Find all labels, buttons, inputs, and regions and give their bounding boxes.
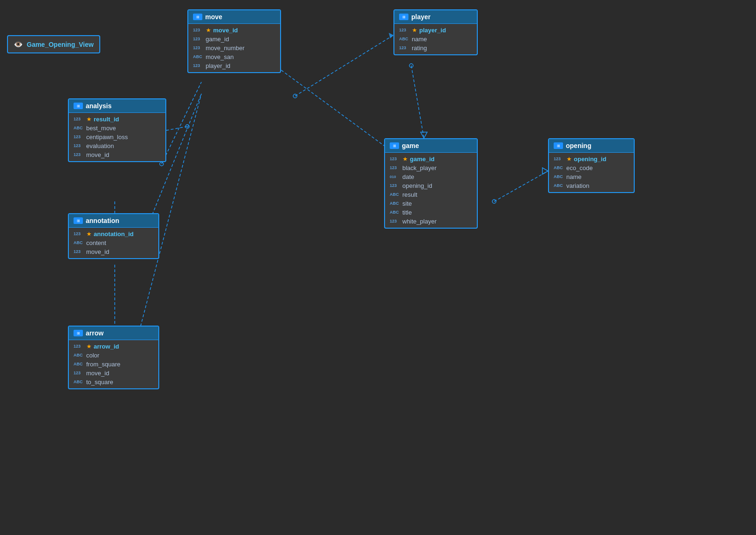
table-row: ABC title xyxy=(385,208,477,217)
table-row: ABC from_square xyxy=(69,360,158,369)
table-icon: ⊞ xyxy=(74,217,83,224)
pk-icon xyxy=(567,157,571,162)
table-row: 123 game_id xyxy=(385,155,477,163)
table-row: ABC name xyxy=(549,172,634,181)
table-row: 123 move_id xyxy=(69,150,165,159)
field-type: ABC xyxy=(554,166,564,170)
field-type: ABC xyxy=(74,353,84,357)
field-name: to_square xyxy=(86,379,113,386)
svg-marker-19 xyxy=(542,168,548,174)
field-name: best_move xyxy=(86,125,116,132)
svg-point-21 xyxy=(185,125,189,128)
table-player-header: ⊞ player xyxy=(394,10,477,24)
pk-icon xyxy=(87,344,91,349)
table-row: ABC result xyxy=(385,190,477,199)
field-name: result xyxy=(402,191,417,198)
table-row: ABC color xyxy=(69,351,158,360)
field-name: rating xyxy=(412,45,427,52)
connection-lines xyxy=(0,0,756,535)
table-row: ABC to_square xyxy=(69,378,158,386)
table-row: 123 centipawn_loss xyxy=(69,133,165,141)
table-row: ABC eco_code xyxy=(549,163,634,172)
field-name: result_id xyxy=(94,116,119,123)
field-type: 123 xyxy=(390,184,400,188)
table-game[interactable]: ⊞ game 123 game_id 123 black_player 010 … xyxy=(384,138,478,229)
table-row: 123 white_player xyxy=(385,217,477,226)
field-name: site xyxy=(402,200,412,207)
table-opening[interactable]: ⊞ opening 123 opening_id ABC eco_code AB… xyxy=(548,138,635,193)
field-type: ABC xyxy=(390,210,400,215)
pk-icon xyxy=(403,157,408,162)
field-type: ABC xyxy=(74,380,84,384)
field-type: 123 xyxy=(193,64,203,68)
view-name: Game_Opening_View xyxy=(27,41,94,48)
field-type: ABC xyxy=(399,37,409,41)
table-row: 123 rating xyxy=(394,44,477,52)
table-game-header: ⊞ game xyxy=(385,139,477,153)
table-annotation[interactable]: ⊞ annotation 123 annotation_id ABC conte… xyxy=(68,213,159,259)
table-row: 123 result_id xyxy=(69,115,165,124)
table-analysis-body: 123 result_id ABC best_move 123 centipaw… xyxy=(69,113,165,161)
field-name: move_id xyxy=(213,27,238,34)
field-type: 123 xyxy=(193,46,203,50)
table-icon: ⊞ xyxy=(554,142,563,149)
field-type: ABC xyxy=(390,193,400,197)
field-type: 123 xyxy=(74,371,84,375)
field-name: name xyxy=(412,36,427,43)
field-type: 123 xyxy=(74,144,84,148)
table-icon: ⊞ xyxy=(74,330,83,336)
table-row: ABC site xyxy=(385,199,477,208)
field-name: move_id xyxy=(86,151,109,158)
table-analysis[interactable]: ⊞ analysis 123 result_id ABC best_move 1… xyxy=(68,98,166,162)
field-name: game_id xyxy=(410,156,435,163)
field-name: player_id xyxy=(206,62,230,69)
field-name: opening_id xyxy=(574,156,606,163)
table-move[interactable]: ⊞ move 123 move_id 123 game_id 123 move_… xyxy=(187,9,281,73)
field-name: from_square xyxy=(86,361,120,368)
pk-icon xyxy=(412,28,417,33)
field-type: ABC xyxy=(74,126,84,130)
svg-point-8 xyxy=(409,64,413,67)
table-row: 123 game_id xyxy=(188,35,280,44)
table-arrow-header: ⊞ arrow xyxy=(69,327,158,340)
table-opening-header: ⊞ opening xyxy=(549,139,634,153)
field-type: 123 xyxy=(74,117,84,121)
field-type: 123 xyxy=(74,250,84,254)
field-type: ABC xyxy=(74,362,84,366)
table-row: 123 opening_id xyxy=(549,155,634,163)
field-type: 123 xyxy=(554,157,564,161)
table-row: ABC content xyxy=(69,238,158,247)
field-type: 123 xyxy=(399,28,409,32)
field-name: black_player xyxy=(402,164,437,171)
field-type: 123 xyxy=(390,157,400,161)
table-move-body: 123 move_id 123 game_id 123 move_number … xyxy=(188,24,280,72)
table-analysis-header: ⊞ analysis xyxy=(69,99,165,113)
field-type: ABC xyxy=(390,201,400,206)
table-row: 123 opening_id xyxy=(385,181,477,190)
table-arrow[interactable]: ⊞ arrow 123 arrow_id ABC color ABC from_… xyxy=(68,326,159,389)
table-icon: ⊞ xyxy=(193,14,202,20)
pk-icon xyxy=(87,117,91,122)
table-opening-body: 123 opening_id ABC eco_code ABC name ABC… xyxy=(549,153,634,192)
table-player[interactable]: ⊞ player 123 player_id ABC name 123 rati… xyxy=(393,9,478,55)
view-box: 👁️ Game_Opening_View xyxy=(7,35,100,53)
field-name: move_id xyxy=(86,248,109,255)
field-name: title xyxy=(402,209,412,216)
field-name: centipawn_loss xyxy=(86,134,128,141)
svg-line-17 xyxy=(494,171,548,201)
field-name: annotation_id xyxy=(94,230,133,238)
field-name: game_id xyxy=(206,36,229,43)
table-icon: ⊞ xyxy=(390,142,399,149)
field-type: 123 xyxy=(74,232,84,236)
table-annotation-header: ⊞ annotation xyxy=(69,214,158,228)
table-row: 123 annotation_id xyxy=(69,230,158,238)
field-name: content xyxy=(86,239,106,246)
table-annotation-title: annotation xyxy=(86,217,119,224)
table-row: ABC variation xyxy=(549,181,634,190)
field-name: move_san xyxy=(206,53,234,60)
table-arrow-body: 123 arrow_id ABC color ABC from_square 1… xyxy=(69,340,158,388)
table-annotation-body: 123 annotation_id ABC content 123 move_i… xyxy=(69,228,158,258)
table-row: 123 player_id xyxy=(188,61,280,70)
table-row: ABC name xyxy=(394,35,477,44)
table-row: 123 black_player xyxy=(385,163,477,172)
